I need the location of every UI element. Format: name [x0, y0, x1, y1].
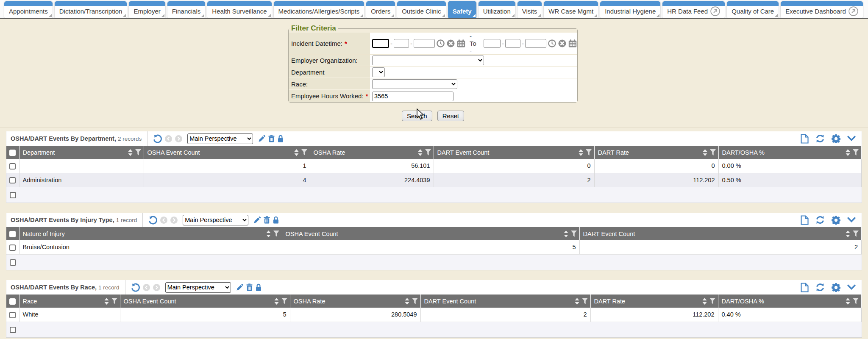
sort-icon[interactable]	[274, 298, 279, 305]
row-checkbox[interactable]	[9, 312, 16, 318]
settings-icon[interactable]	[832, 283, 840, 292]
tab-safety[interactable]: Safety	[448, 1, 476, 18]
tab-health-surveillance[interactable]: Health Surveillance	[207, 1, 271, 18]
next-icon[interactable]	[153, 284, 160, 291]
datetime-part-input[interactable]	[394, 39, 409, 48]
previous-icon[interactable]	[143, 284, 150, 291]
tab-quality-of-care[interactable]: Quality of Care	[727, 1, 779, 18]
tab-industrial-hygiene[interactable]: Industrial Hygiene	[600, 1, 660, 18]
sort-icon[interactable]	[104, 298, 109, 305]
row-checkbox[interactable]	[9, 245, 16, 251]
collapse-icon[interactable]	[847, 136, 856, 142]
sort-icon[interactable]	[575, 298, 579, 305]
tab-hr-data-feed[interactable]: HR Data Feed	[662, 1, 725, 18]
tab-medications-allergies-scripts[interactable]: Medications/Allergies/Scripts	[274, 1, 364, 18]
edit-icon[interactable]	[258, 135, 265, 142]
undo-icon[interactable]	[153, 134, 162, 143]
refresh-icon[interactable]	[815, 134, 825, 143]
lock-icon[interactable]	[256, 283, 262, 291]
filter-icon[interactable]	[709, 298, 715, 304]
clear-icon[interactable]	[447, 39, 455, 47]
next-icon[interactable]	[175, 135, 182, 142]
tab-utilization[interactable]: Utilization	[479, 1, 515, 18]
filter-icon[interactable]	[853, 149, 859, 156]
select-all-checkbox[interactable]	[9, 150, 16, 156]
edit-icon[interactable]	[236, 284, 243, 291]
clear-icon[interactable]	[558, 39, 566, 47]
filter-icon[interactable]	[135, 149, 141, 156]
search-button[interactable]: Search	[402, 111, 432, 121]
department-select[interactable]	[372, 67, 385, 77]
filter-icon[interactable]	[425, 149, 431, 156]
new-record-checkbox[interactable]	[10, 259, 16, 266]
row-checkbox[interactable]	[9, 163, 16, 170]
settings-icon[interactable]	[832, 134, 840, 143]
undo-icon[interactable]	[131, 283, 140, 292]
datetime-part-input[interactable]	[372, 39, 389, 48]
calendar-icon[interactable]	[568, 39, 577, 47]
datetime-part-input[interactable]	[414, 39, 435, 48]
employee-hours-worked-input[interactable]	[372, 92, 453, 101]
tab-financials[interactable]: Financials	[167, 1, 206, 18]
reset-button[interactable]: Reset	[437, 111, 464, 121]
settings-icon[interactable]	[832, 216, 840, 225]
tab-dictation-transcription[interactable]: Dictation/Transcription	[55, 1, 127, 18]
tab-appointments[interactable]: Appointments	[4, 1, 53, 18]
time-icon[interactable]	[437, 39, 445, 47]
perspective-select[interactable]: Main Perspective	[187, 133, 253, 144]
filter-icon[interactable]	[853, 298, 859, 304]
new-record-checkbox[interactable]	[10, 192, 16, 198]
employer-organization-select[interactable]	[372, 56, 484, 65]
filter-icon[interactable]	[301, 149, 307, 156]
undo-icon[interactable]	[148, 216, 157, 225]
external-link-icon[interactable]	[710, 6, 720, 16]
delete-icon[interactable]	[268, 135, 275, 142]
calendar-icon[interactable]	[457, 39, 465, 47]
lock-icon[interactable]	[273, 216, 279, 224]
perspective-select[interactable]: Main Perspective	[165, 282, 231, 293]
filter-icon[interactable]	[586, 149, 592, 156]
tab-outside-clinic[interactable]: Outside Clinic	[397, 1, 446, 18]
collapse-icon[interactable]	[847, 284, 856, 290]
tab-visits[interactable]: Visits	[517, 1, 542, 18]
datetime-part-input[interactable]	[525, 39, 546, 48]
previous-icon[interactable]	[165, 135, 172, 142]
sort-icon[interactable]	[564, 231, 568, 237]
sort-icon[interactable]	[579, 149, 583, 156]
delete-icon[interactable]	[264, 216, 270, 224]
datetime-part-input[interactable]	[484, 39, 501, 48]
lock-icon[interactable]	[278, 135, 284, 142]
datetime-part-input[interactable]	[505, 39, 520, 48]
row-checkbox[interactable]	[9, 177, 16, 183]
new-page-icon[interactable]	[801, 134, 809, 144]
sort-icon[interactable]	[846, 149, 850, 156]
select-all-checkbox[interactable]	[9, 231, 16, 237]
edit-icon[interactable]	[253, 217, 261, 224]
sort-icon[interactable]	[702, 298, 707, 305]
filter-icon[interactable]	[412, 298, 418, 304]
time-icon[interactable]	[548, 39, 556, 47]
previous-icon[interactable]	[160, 217, 167, 224]
filter-icon[interactable]	[111, 298, 117, 304]
external-link-icon[interactable]	[849, 6, 858, 16]
tab-wr-case-mgmt[interactable]: WR Case Mgmt	[544, 1, 598, 18]
next-icon[interactable]	[170, 217, 178, 224]
filter-icon[interactable]	[582, 298, 588, 304]
filter-icon[interactable]	[710, 149, 716, 156]
sort-icon[interactable]	[128, 149, 133, 156]
tab-employer[interactable]: Employer	[129, 1, 165, 18]
new-page-icon[interactable]	[801, 283, 809, 292]
sort-icon[interactable]	[846, 231, 850, 237]
new-record-checkbox[interactable]	[10, 327, 16, 333]
refresh-icon[interactable]	[815, 283, 825, 292]
tab-orders[interactable]: Orders	[366, 1, 395, 18]
tab-executive-dashboard[interactable]: Executive Dashboard	[781, 1, 863, 18]
delete-icon[interactable]	[246, 283, 253, 291]
race-select[interactable]	[372, 79, 457, 89]
perspective-select[interactable]: Main Perspective	[183, 215, 248, 225]
filter-icon[interactable]	[281, 298, 287, 304]
select-all-checkbox[interactable]	[9, 298, 16, 305]
filter-icon[interactable]	[571, 231, 577, 237]
sort-icon[interactable]	[266, 231, 271, 237]
filter-icon[interactable]	[853, 231, 859, 237]
